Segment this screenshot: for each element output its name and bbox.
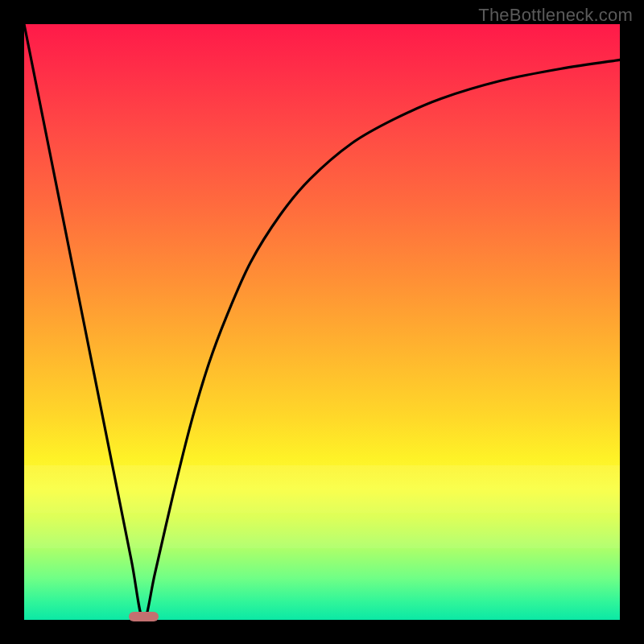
chart-curve bbox=[24, 24, 620, 620]
bottleneck-marker bbox=[129, 612, 159, 621]
chart-frame: TheBottleneck.com bbox=[0, 0, 644, 644]
watermark-text: TheBottleneck.com bbox=[478, 5, 633, 26]
plot-area bbox=[24, 24, 620, 620]
chart-curve-svg bbox=[24, 24, 620, 620]
